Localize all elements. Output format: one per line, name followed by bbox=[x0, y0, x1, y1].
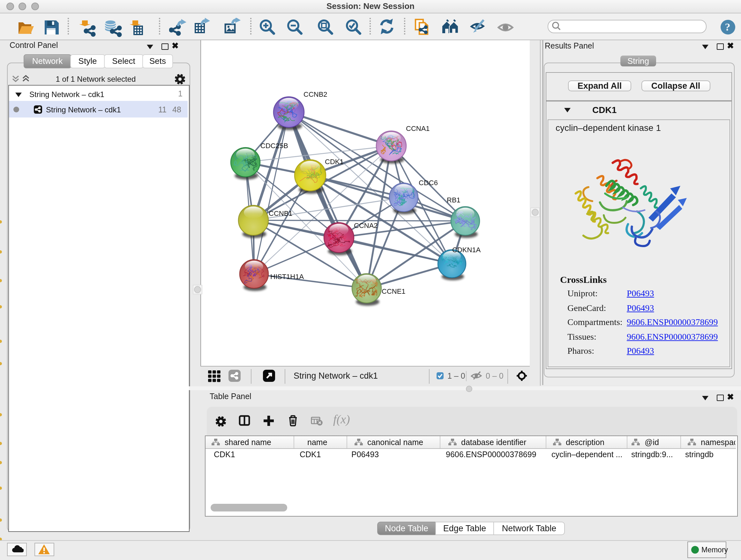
svg-text:CCNB2: CCNB2 bbox=[303, 90, 327, 98]
svg-text:CCNA2: CCNA2 bbox=[354, 222, 378, 230]
svg-text:CCNE1: CCNE1 bbox=[381, 287, 405, 295]
svg-text:CDC25B: CDC25B bbox=[260, 142, 288, 150]
svg-text:CCNB1: CCNB1 bbox=[268, 209, 292, 217]
svg-text:HIST1H1A: HIST1H1A bbox=[270, 273, 304, 281]
svg-text:CDKN1A: CDKN1A bbox=[452, 246, 481, 254]
svg-text:RB1: RB1 bbox=[447, 196, 460, 204]
svg-text:CDC6: CDC6 bbox=[418, 179, 437, 187]
svg-text:CDK1: CDK1 bbox=[325, 158, 343, 166]
svg-text:CCNA1: CCNA1 bbox=[406, 125, 429, 132]
